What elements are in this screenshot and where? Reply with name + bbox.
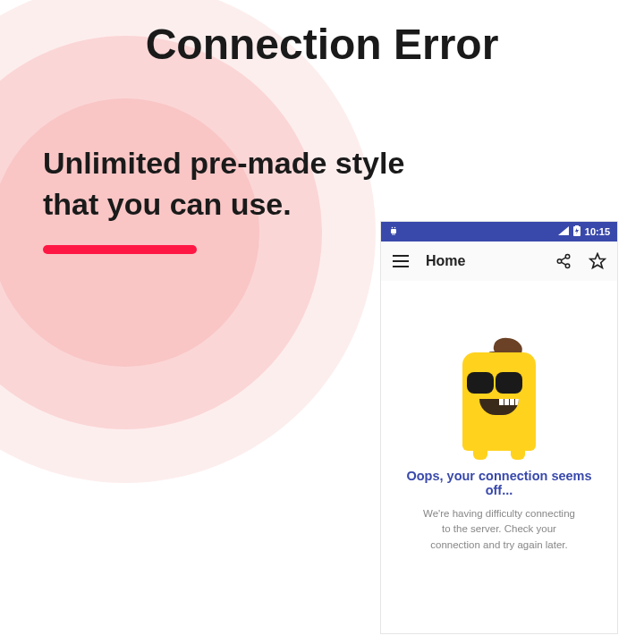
svg-point-12 xyxy=(565,264,570,268)
subtitle-line2: that you can use. xyxy=(43,184,404,225)
app-bar-title: Home xyxy=(426,253,538,269)
svg-line-14 xyxy=(561,262,565,265)
error-title: Oops, your connection seems off... xyxy=(395,469,603,497)
svg-rect-3 xyxy=(393,233,394,235)
android-icon xyxy=(388,225,399,238)
subtitle-block: Unlimited pre-made style that you can us… xyxy=(43,143,404,254)
svg-line-13 xyxy=(561,258,565,260)
battery-icon xyxy=(573,225,580,238)
subtitle-line1: Unlimited pre-made style xyxy=(43,143,404,184)
status-time: 10:15 xyxy=(585,226,610,237)
status-bar: 10:15 xyxy=(381,222,617,242)
svg-rect-6 xyxy=(575,225,579,227)
svg-rect-0 xyxy=(391,229,396,233)
monster-illustration xyxy=(395,335,603,451)
svg-marker-15 xyxy=(590,254,606,268)
phone-content: Oops, your connection seems off... We're… xyxy=(381,281,617,553)
svg-point-1 xyxy=(392,227,394,229)
phone-mockup: 10:15 Home xyxy=(381,222,617,633)
page-title: Connection Error xyxy=(0,0,644,69)
signal-icon xyxy=(558,226,569,237)
svg-rect-4 xyxy=(394,233,395,235)
error-description: We're having difficulty connecting to th… xyxy=(395,506,603,553)
star-icon[interactable] xyxy=(589,252,606,270)
accent-underline xyxy=(43,245,197,254)
svg-point-11 xyxy=(557,259,562,264)
share-icon[interactable] xyxy=(555,252,572,270)
app-bar: Home xyxy=(381,242,617,281)
menu-icon[interactable] xyxy=(392,252,410,270)
svg-point-2 xyxy=(394,227,396,229)
svg-point-10 xyxy=(565,255,570,259)
